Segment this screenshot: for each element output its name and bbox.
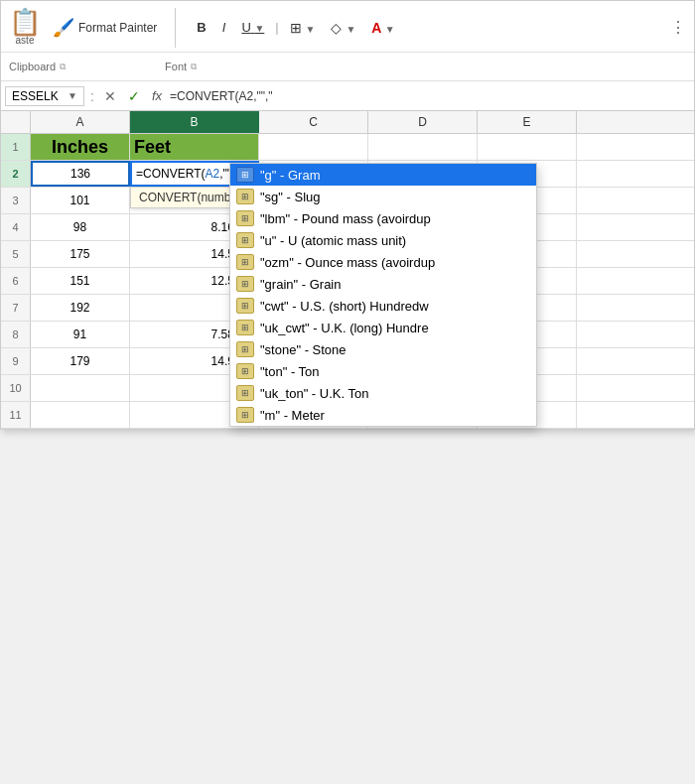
format-painter-icon: 🖌️ <box>53 17 74 39</box>
italic-button[interactable]: I <box>215 17 233 38</box>
dropdown-item-lbm[interactable]: ⊞"lbm" - Pound mass (avoirdup <box>230 207 536 229</box>
dropdown-item-icon-g: ⊞ <box>236 167 254 183</box>
dropdown-item-grain[interactable]: ⊞"grain" - Grain <box>230 273 536 295</box>
cell-a10[interactable] <box>31 375 130 401</box>
formula-confirm-button[interactable]: ✓ <box>124 88 144 104</box>
cell-a6[interactable]: 151 <box>31 268 130 294</box>
paste-button[interactable]: 📋 aste <box>9 9 41 46</box>
dropdown-item-icon-uk_cwt: ⊞ <box>236 320 254 335</box>
ribbon-divider <box>175 8 176 48</box>
row-num-7: 7 <box>1 295 31 321</box>
formula-cancel-button[interactable]: ✕ <box>100 88 120 104</box>
format-painter-button[interactable]: 🖌️ Format Painter <box>49 15 161 41</box>
paste-label: aste <box>16 35 35 46</box>
clipboard-group: 📋 aste 🖌️ Format Painter <box>9 9 161 46</box>
border-button[interactable]: ⊞ ▼ <box>283 17 323 39</box>
cell-a3[interactable]: 101 <box>31 188 130 213</box>
dropdown-item-ton[interactable]: ⊞"ton" - Ton <box>230 360 536 382</box>
cell-a8[interactable]: 91 <box>31 322 130 347</box>
dropdown-item-label-sg: "sg" - Slug <box>260 190 321 204</box>
clipboard-label: Clipboard ⧉ <box>9 61 66 72</box>
dropdown-item-icon-stone: ⊞ <box>236 341 254 357</box>
formula-text: =CONVERT(A2,""," <box>170 89 273 103</box>
dropdown-item-sg[interactable]: ⊞"sg" - Slug <box>230 186 536 207</box>
dropdown-item-icon-sg: ⊞ <box>236 189 254 204</box>
dropdown-item-label-uk_ton: "uk_ton" - U.K. Ton <box>260 386 368 401</box>
spreadsheet: A B C D E 1 Inches Feet 2 136 =CONVERT(A… <box>1 111 694 429</box>
dropdown-item-cwt[interactable]: ⊞"cwt" - U.S. (short) Hundredw <box>230 295 536 317</box>
paste-icon: 📋 <box>9 9 41 35</box>
formula-bar: ESSELK ▼ : ✕ ✓ fx =CONVERT(A2,""," <box>1 81 694 111</box>
dropdown-item-ozm[interactable]: ⊞"ozm" - Ounce mass (avoirdup <box>230 251 536 273</box>
formula-input[interactable]: =CONVERT(A2,""," <box>170 89 690 103</box>
dropdown-item-label-uk_cwt: "uk_cwt" - U.K. (long) Hundre <box>260 321 429 335</box>
cell-a4[interactable]: 98 <box>31 214 130 240</box>
fx-label: fx <box>152 88 162 103</box>
row-num-5: 5 <box>1 241 31 267</box>
row-num-3: 3 <box>1 188 31 213</box>
column-headers: A B C D E <box>1 111 694 134</box>
border-dropdown-icon[interactable]: ▼ <box>306 24 316 35</box>
format-painter-label: Format Painter <box>78 21 157 35</box>
cell-d1[interactable] <box>368 134 478 160</box>
col-header-b[interactable]: B <box>130 111 259 133</box>
dropdown-item-icon-lbm: ⊞ <box>236 210 254 226</box>
font-color-button[interactable]: A ▼ <box>364 17 401 39</box>
col-header-a[interactable]: A <box>31 111 130 133</box>
col-header-c[interactable]: C <box>259 111 368 133</box>
dropdown-item-uk_cwt[interactable]: ⊞"uk_cwt" - U.K. (long) Hundre <box>230 317 536 338</box>
fill-dropdown-icon[interactable]: ▼ <box>346 24 355 35</box>
row-num-10: 10 <box>1 375 31 401</box>
dropdown-item-label-ton: "ton" - Ton <box>260 364 320 379</box>
cell-c1[interactable] <box>259 134 368 160</box>
grid-row-1: 1 Inches Feet <box>1 134 694 161</box>
dropdown-item-label-grain: "grain" - Grain <box>260 277 341 292</box>
dropdown-item-label-ozm: "ozm" - Ounce mass (avoirdup <box>260 255 435 270</box>
dropdown-item-label-lbm: "lbm" - Pound mass (avoirdup <box>260 211 431 226</box>
underline-dropdown-icon[interactable]: ▼ <box>254 23 264 34</box>
dropdown-item-uk_ton[interactable]: ⊞"uk_ton" - U.K. Ton <box>230 382 536 404</box>
font-color-label: A <box>371 20 381 36</box>
font-color-dropdown-icon[interactable]: ▼ <box>385 24 395 35</box>
cell-reference-box[interactable]: ESSELK ▼ <box>5 86 84 106</box>
dropdown-item-label-m: "m" - Meter <box>260 408 325 423</box>
clipboard-launcher-icon[interactable]: ⧉ <box>60 62 66 72</box>
dropdown-item-label-cwt: "cwt" - U.S. (short) Hundredw <box>260 299 429 314</box>
formula-separator: : <box>90 88 94 104</box>
cell-a9[interactable]: 179 <box>31 348 130 374</box>
bold-button[interactable]: B <box>190 17 212 38</box>
row-num-header <box>1 111 31 133</box>
font-group: B I U ▼ | ⊞ ▼ ◇ ▼ A ▼ <box>190 17 401 39</box>
more-options-icon[interactable]: ⋮ <box>670 18 686 37</box>
dropdown-item-u[interactable]: ⊞"u" - U (atomic mass unit) <box>230 229 536 251</box>
cell-a11[interactable] <box>31 402 130 428</box>
border-icon: ⊞ <box>290 20 302 36</box>
dropdown-item-m[interactable]: ⊞"m" - Meter <box>230 404 536 426</box>
font-label: Font ⧉ <box>165 61 197 72</box>
font-launcher-icon[interactable]: ⧉ <box>191 62 197 72</box>
cell-b1[interactable]: Feet <box>130 134 259 160</box>
autocomplete-dropdown: ⊞"g" - Gram⊞"sg" - Slug⊞"lbm" - Pound ma… <box>229 163 537 427</box>
dropdown-item-icon-grain: ⊞ <box>236 276 254 292</box>
row-num-9: 9 <box>1 348 31 374</box>
dropdown-item-icon-ton: ⊞ <box>236 363 254 379</box>
row-num-4: 4 <box>1 214 31 240</box>
col-header-e[interactable]: E <box>478 111 577 133</box>
row-num-1: 1 <box>1 134 31 160</box>
row-num-6: 6 <box>1 268 31 294</box>
cell-a1[interactable]: Inches <box>31 134 130 160</box>
dropdown-item-label-g: "g" - Gram <box>260 168 321 183</box>
col-header-d[interactable]: D <box>368 111 478 133</box>
dropdown-item-icon-u: ⊞ <box>236 232 254 248</box>
row-num-11: 11 <box>1 402 31 428</box>
cell-ref-dropdown-icon[interactable]: ▼ <box>68 90 77 101</box>
dropdown-item-g[interactable]: ⊞"g" - Gram <box>230 164 536 186</box>
fill-color-button[interactable]: ◇ ▼ <box>324 17 362 39</box>
cell-a5[interactable]: 175 <box>31 241 130 267</box>
cell-a2[interactable]: 136 <box>31 161 130 187</box>
fill-color-icon: ◇ <box>331 20 342 36</box>
dropdown-item-stone[interactable]: ⊞"stone" - Stone <box>230 338 536 360</box>
cell-e1[interactable] <box>478 134 577 160</box>
underline-button[interactable]: U ▼ <box>234 17 271 38</box>
cell-a7[interactable]: 192 <box>31 295 130 321</box>
